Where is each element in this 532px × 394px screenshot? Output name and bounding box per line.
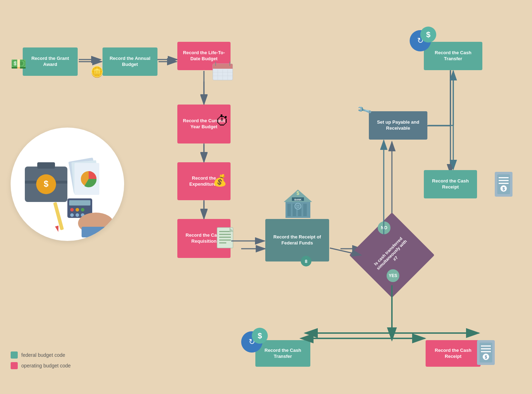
operating-color-box — [11, 362, 18, 369]
svg-point-37 — [76, 213, 79, 217]
svg-point-33 — [70, 208, 74, 212]
main-illustration: $ — [11, 128, 124, 241]
coins-icon: 🪙 — [90, 66, 104, 78]
svg-rect-62 — [219, 242, 226, 243]
dollar-bottom: $ — [252, 328, 268, 344]
decision-diamond: Is cash transferred simultaneously with … — [362, 225, 422, 285]
svg-rect-49 — [213, 68, 233, 69]
svg-rect-80 — [499, 183, 509, 184]
svg-rect-61 — [219, 240, 231, 241]
cash-receipt-bottom-node: Record the Cash Receipt — [426, 340, 481, 367]
dollar-top: $ — [420, 27, 436, 43]
legend: federal budget code operating budget cod… — [11, 351, 71, 373]
svg-point-36 — [70, 213, 74, 217]
svg-point-35 — [81, 208, 84, 212]
calendar-icon — [212, 61, 233, 82]
cash-transfer-bottom-node: Record the Cash Transfer — [255, 340, 310, 367]
requisition-doc-icon — [216, 227, 236, 251]
svg-text:BANK: BANK — [294, 198, 301, 201]
stopwatch-icon: ⏱ — [216, 113, 229, 129]
svg-rect-84 — [481, 345, 491, 347]
svg-rect-59 — [219, 234, 231, 235]
svg-point-34 — [76, 208, 79, 212]
svg-text:$: $ — [297, 190, 299, 196]
cash-transfer-top-node: Record the Cash Transfer — [424, 42, 482, 70]
operating-legend-item: operating budget code — [11, 362, 71, 369]
svg-text:$: $ — [44, 179, 49, 188]
annual-budget-node: Record the Annual Budget — [102, 47, 157, 76]
federal-color-box — [11, 351, 18, 359]
receipt-icon-bottom: $ — [477, 340, 495, 365]
svg-text:$: $ — [503, 186, 505, 191]
svg-rect-85 — [481, 348, 491, 349]
svg-rect-78 — [499, 177, 509, 178]
grant-award-node: Record the Grant Award — [23, 47, 78, 76]
svg-rect-23 — [37, 162, 55, 169]
bank-icon: BANK $ — [282, 188, 314, 221]
badge-8: 8 — [301, 256, 311, 266]
svg-rect-86 — [481, 351, 491, 352]
svg-rect-69 — [303, 204, 307, 216]
grant-icon: 💵 — [11, 57, 27, 72]
svg-marker-40 — [55, 226, 60, 232]
cash-receipt-top-node: Record the Cash Receipt — [424, 170, 477, 198]
setup-payable-node: Set up Payable and Receivable — [369, 111, 427, 140]
receipt-icon-top: $ — [495, 172, 512, 197]
svg-rect-32 — [69, 200, 90, 206]
flowchart: $ — [0, 0, 532, 394]
svg-rect-79 — [499, 180, 509, 181]
svg-rect-46 — [82, 227, 110, 237]
svg-rect-60 — [219, 237, 231, 238]
svg-rect-58 — [219, 231, 231, 232]
federal-funds-node: Record the Receipt of Federal Funds — [265, 219, 329, 261]
federal-legend-item: federal budget code — [11, 351, 71, 359]
svg-rect-66 — [287, 204, 291, 216]
money-icon: 💰 — [213, 174, 227, 187]
svg-text:$: $ — [485, 355, 487, 360]
svg-rect-39 — [53, 202, 64, 230]
life-to-date-label: Record the Life-To-Date Budget — [180, 50, 228, 62]
